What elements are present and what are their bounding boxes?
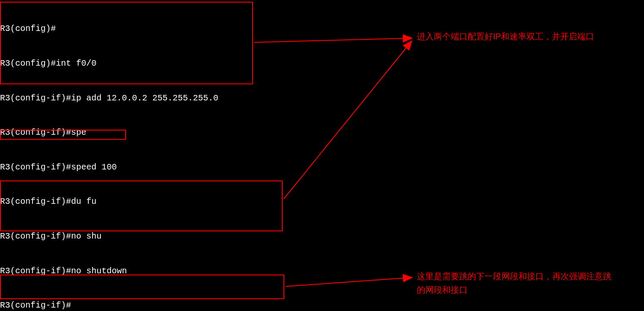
- terminal-line: R3(config-if)#spe: [0, 127, 644, 138]
- terminal-line: R3(config-if)#ip add 12.0.0.2 255.255.25…: [0, 92, 644, 104]
- terminal-line: R3(config)#int f0/0: [0, 58, 644, 69]
- terminal-line: R3(config-if)#du fu: [0, 196, 644, 207]
- terminal-output[interactable]: R3(config)# R3(config)#int f0/0 R3(confi…: [0, 0, 644, 311]
- annotation-text: 进入两个端口配置好IP和速率双工，并开启端口: [417, 30, 616, 43]
- annotation-text: 这里是需要跳的下一段网段和接口，再次强调注意跳的网段和接口: [417, 269, 616, 297]
- terminal-line: R3(config-if)#speed 100: [0, 161, 644, 173]
- terminal-line: R3(config-if)#: [0, 300, 644, 311]
- terminal-line: R3(config-if)#no shu: [0, 230, 644, 242]
